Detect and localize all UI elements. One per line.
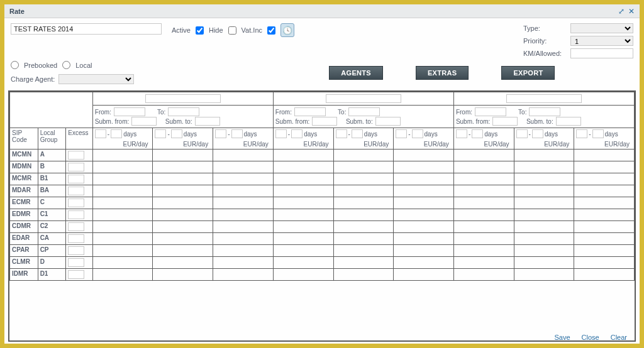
rate-cell[interactable] [514, 209, 574, 221]
rate-cell[interactable] [213, 257, 274, 269]
block-name-input[interactable] [145, 94, 221, 103]
excess-cell[interactable] [66, 150, 93, 161]
rate-cell[interactable] [333, 233, 394, 245]
rate-cell[interactable] [394, 197, 454, 209]
rate-cell[interactable] [453, 197, 514, 209]
days-from-input[interactable] [396, 129, 407, 138]
days-to-input[interactable] [231, 129, 243, 138]
rate-cell[interactable] [394, 245, 454, 257]
rate-cell[interactable] [574, 209, 635, 221]
excess-input[interactable] [68, 270, 84, 279]
rate-cell[interactable] [514, 197, 574, 209]
days-from-input[interactable] [516, 129, 528, 138]
excess-input[interactable] [68, 198, 84, 207]
rate-cell[interactable] [92, 269, 153, 281]
days-from-input[interactable] [456, 129, 467, 138]
vatinc-checkbox[interactable] [267, 26, 275, 35]
clear-link[interactable]: Clear [611, 334, 627, 341]
close-link[interactable]: Close [582, 334, 599, 341]
save-link[interactable]: Save [555, 334, 570, 341]
rate-cell[interactable] [153, 269, 213, 281]
hide-checkbox[interactable] [228, 26, 236, 35]
rate-cell[interactable] [213, 150, 274, 161]
rate-cell[interactable] [514, 269, 574, 281]
rate-cell[interactable] [273, 221, 333, 233]
days-from-input[interactable] [155, 129, 166, 138]
rate-cell[interactable] [92, 185, 153, 197]
rate-cell[interactable] [333, 150, 394, 161]
rate-cell[interactable] [213, 245, 274, 257]
days-to-input[interactable] [532, 129, 543, 138]
rate-cell[interactable] [213, 269, 274, 281]
rate-cell[interactable] [394, 150, 454, 161]
rate-cell[interactable] [92, 245, 153, 257]
excess-input[interactable] [68, 246, 84, 255]
rate-cell[interactable] [153, 245, 213, 257]
excess-input[interactable] [68, 163, 84, 171]
rate-cell[interactable] [273, 245, 333, 257]
rate-name-input[interactable] [11, 23, 162, 35]
rate-cell[interactable] [574, 221, 635, 233]
rate-cell[interactable] [574, 245, 635, 257]
rate-cell[interactable] [92, 209, 153, 221]
rate-cell[interactable] [574, 269, 635, 281]
days-to-input[interactable] [592, 129, 604, 138]
subm-to-input[interactable] [375, 117, 401, 126]
excess-cell[interactable] [66, 269, 93, 281]
rate-cell[interactable] [273, 150, 333, 161]
days-from-input[interactable] [576, 129, 587, 138]
rate-cell[interactable] [273, 209, 333, 221]
rate-cell[interactable] [92, 161, 153, 173]
rate-cell[interactable] [92, 233, 153, 245]
rate-cell[interactable] [92, 150, 153, 161]
subm-to-input[interactable] [556, 117, 581, 126]
from-input[interactable] [294, 107, 326, 116]
rate-cell[interactable] [333, 209, 394, 221]
block-name-input[interactable] [506, 94, 582, 103]
rate-cell[interactable] [453, 161, 514, 173]
rate-cell[interactable] [153, 197, 213, 209]
clock-icon[interactable]: 🕓 [280, 23, 294, 37]
active-checkbox[interactable] [196, 26, 204, 35]
excess-cell[interactable] [66, 197, 93, 209]
rate-cell[interactable] [153, 150, 213, 161]
rate-cell[interactable] [213, 221, 274, 233]
rate-cell[interactable] [273, 257, 333, 269]
rate-cell[interactable] [273, 161, 333, 173]
days-to-input[interactable] [291, 129, 303, 138]
rate-cell[interactable] [574, 257, 635, 269]
export-button[interactable]: EXPORT [501, 66, 555, 80]
rate-cell[interactable] [153, 233, 213, 245]
block-name-input[interactable] [326, 94, 401, 103]
excess-cell[interactable] [66, 257, 93, 269]
rate-cell[interactable] [394, 221, 454, 233]
excess-cell[interactable] [66, 173, 93, 185]
rate-cell[interactable] [92, 257, 153, 269]
rate-cell[interactable] [514, 233, 574, 245]
excess-input[interactable] [68, 187, 84, 195]
rate-cell[interactable] [213, 173, 274, 185]
to-input[interactable] [168, 107, 199, 116]
rate-cell[interactable] [333, 245, 394, 257]
rate-cell[interactable] [574, 161, 635, 173]
rate-cell[interactable] [213, 233, 274, 245]
excess-cell[interactable] [66, 209, 93, 221]
rate-cell[interactable] [213, 161, 274, 173]
rate-cell[interactable] [213, 209, 274, 221]
rate-cell[interactable] [273, 197, 333, 209]
rate-cell[interactable] [453, 221, 514, 233]
days-to-input[interactable] [352, 129, 363, 138]
days-to-input[interactable] [111, 129, 122, 138]
extras-button[interactable]: EXTRAS [416, 66, 469, 80]
excess-input[interactable] [68, 175, 84, 183]
priority-select[interactable]: 1 [570, 36, 633, 46]
days-from-input[interactable] [215, 129, 226, 138]
excess-cell[interactable] [66, 245, 93, 257]
excess-input[interactable] [68, 258, 84, 267]
rate-cell[interactable] [333, 161, 394, 173]
days-from-input[interactable] [275, 129, 287, 138]
rate-cell[interactable] [92, 221, 153, 233]
excess-cell[interactable] [66, 185, 93, 197]
excess-cell[interactable] [66, 161, 93, 173]
subm-from-input[interactable] [312, 117, 337, 126]
